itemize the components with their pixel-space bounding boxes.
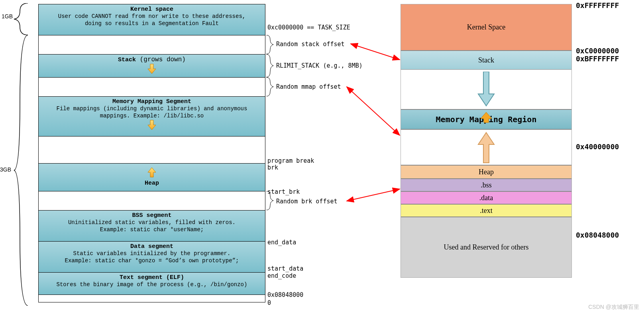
seg-text-title: Text segment (ELF)	[42, 274, 262, 281]
lbl-tasksize: 0xc0000000 == TASK_SIZE	[267, 24, 350, 31]
seg-text-desc: Stores the binary image of the process (…	[42, 281, 262, 288]
arrow-up-small-icon	[478, 111, 494, 123]
addr-40: 0x40000000	[576, 142, 619, 151]
seg-heap-title: Heap	[42, 180, 262, 187]
seg-stack-suffix: (grows down)	[136, 56, 186, 63]
left-memory-layout: Kernel space User code CANNOT read from …	[38, 4, 265, 302]
lbl-enddata: end_data	[267, 239, 296, 246]
label-1gb: 1GB	[2, 13, 13, 20]
brace-3gb	[12, 35, 31, 306]
r-heap: Heap	[401, 165, 571, 179]
lbl-randmmap: Random mmap offset	[276, 83, 341, 90]
lbl-zero: 0	[267, 299, 271, 306]
addr-ff: 0xFFFFFFFF	[576, 1, 619, 10]
r-text: .text	[401, 204, 571, 217]
arrow-down-icon	[147, 119, 157, 131]
seg-data: Data segment Static variables initialize…	[39, 242, 265, 273]
arrow-up-large-icon	[476, 132, 496, 164]
lbl-rlimit: RLIMIT_STACK (e.g., 8MB)	[276, 62, 363, 69]
brace-randmmap	[265, 77, 274, 96]
brace-randstack	[265, 35, 274, 54]
r-bss: .bss	[401, 179, 571, 191]
arrow-down-large-icon	[476, 72, 496, 107]
seg-kernel-desc: User code CANNOT read from nor write to …	[42, 13, 262, 27]
svg-line-2	[347, 189, 400, 201]
lbl-startdata: start_data	[267, 265, 303, 272]
watermark: CSDN @攻城狮百里	[588, 304, 639, 311]
r-stack: Stack	[401, 51, 571, 70]
seg-bss-desc: Uninitialized static variables, filled w…	[42, 219, 262, 233]
seg-stack-title: Stack	[118, 57, 136, 63]
r-kernel: Kernel Space	[401, 4, 571, 51]
label-3gb: 3GB	[0, 166, 11, 173]
gap-randmmap	[39, 78, 265, 97]
brace-1gb	[12, 3, 31, 35]
seg-heap: Heap	[39, 164, 265, 191]
seg-data-desc: Static variables initialized by the prog…	[42, 250, 262, 264]
seg-mms-title: Memory Mapping Segment	[42, 98, 262, 105]
right-memory-layout: Kernel Space Stack Memory Mapping Region…	[401, 4, 572, 278]
gap-randbrk	[39, 191, 265, 211]
lbl-addr08: 0x08048000	[267, 291, 303, 298]
seg-bss-title: BSS segment	[42, 212, 262, 219]
seg-bss: BSS segment Uninitialized static variabl…	[39, 211, 265, 242]
r-reserved: Used and Reserved for others	[401, 217, 571, 277]
lbl-startbrk: start_brk	[267, 188, 300, 195]
seg-kernel-title: Kernel space	[42, 6, 262, 13]
lbl-randstack: Random stack offset	[276, 41, 345, 48]
gap-randstack	[39, 35, 265, 55]
seg-mms-desc: File mappings (including dynamic librari…	[42, 105, 262, 119]
seg-text: Text segment (ELF) Stores the binary ima…	[39, 273, 265, 295]
lbl-randbrk: Random brk offset	[276, 198, 338, 205]
arrow-down-icon	[147, 63, 157, 74]
brace-rlimit	[265, 54, 274, 77]
seg-kernel: Kernel space User code CANNOT read from …	[39, 4, 265, 35]
seg-stack: Stack (grows down)	[39, 55, 265, 78]
gap-zero	[39, 295, 265, 302]
arrow-up-icon	[147, 167, 157, 178]
r-gap-stack-mmr	[401, 70, 571, 109]
lbl-progbrk: program break	[267, 157, 314, 164]
addr-08: 0x08048000	[576, 231, 619, 239]
gap-brk	[39, 137, 265, 164]
r-data: .data	[401, 191, 571, 204]
seg-mms: Memory Mapping Segment File mappings (in…	[39, 97, 265, 137]
lbl-endcode: end_code	[267, 272, 296, 279]
seg-data-title: Data segment	[42, 243, 262, 250]
addr-c0: 0xC0000000	[576, 47, 619, 55]
svg-line-0	[351, 44, 400, 60]
addr-bf: 0xBFFFFFFF	[576, 55, 619, 63]
lbl-brk: brk	[267, 164, 278, 171]
svg-line-1	[347, 87, 400, 135]
r-gap-mmr-heap	[401, 129, 571, 165]
